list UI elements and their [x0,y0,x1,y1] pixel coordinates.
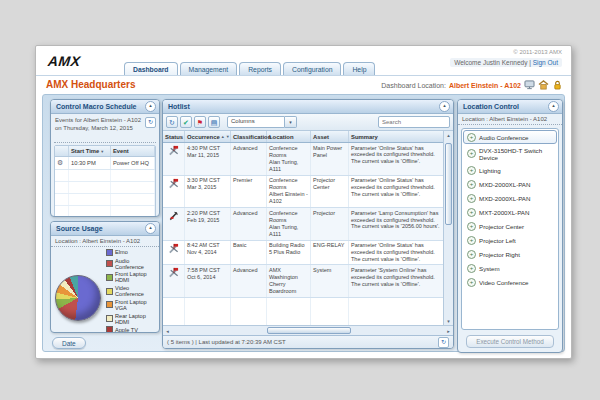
cell-asset: Projector Center [311,176,349,208]
legend-item: Front Laptop HDMI [106,271,157,283]
dashboard-content: Control Macro Schedule ▴ Events for Albe… [42,94,565,352]
hotlist-panel-header: Hotlist ▴ [163,100,453,114]
scrollbar-thumb[interactable] [445,143,452,225]
column-location[interactable]: Location [267,131,311,142]
cell-asset: ENG-RELAY [311,241,349,265]
expand-plus-icon[interactable]: + [467,264,476,273]
gear-icon: ⚙ [57,159,63,167]
columns-dropdown[interactable]: Columns ▾ [227,116,297,128]
legend-label: Elmo [115,249,128,255]
lock-icon[interactable] [552,80,563,90]
schedule-row[interactable]: ⚙ 10:30 PM Power Off HQ [55,157,155,170]
device-item-projector-left[interactable]: +Projector Left [463,233,557,247]
scroll-right-icon[interactable]: ▸ [444,328,453,334]
device-item-projector-center[interactable]: +Projector Center [463,219,557,233]
offline-status-icon [168,243,179,254]
device-label: MXD-2000XL-PAN [479,195,530,202]
search-input[interactable] [378,116,450,128]
legend-item: Audio Conference [106,258,157,270]
hotlist-table-header: Status Occurrence▲▼ Classification Locat… [163,131,443,143]
expand-plus-icon[interactable]: + [467,133,476,142]
flag-icon[interactable]: ⚑ [194,116,206,128]
device-item-video-conference[interactable]: +Video Conference [463,275,557,289]
hotlist-horizontal-scrollbar[interactable]: ◂ ▸ [163,325,453,335]
tab-management[interactable]: Management [180,62,238,75]
table-row[interactable]: 7:58 PM CST Oct 6, 2014 Advanced AMX Was… [163,265,443,298]
scrollbar-thumb[interactable] [267,327,351,334]
hotlist-empty-area [163,298,443,325]
home-icon[interactable] [538,80,549,90]
cell-asset: Projector [311,208,349,240]
scroll-up-icon[interactable]: ▴ [447,131,450,139]
schedule-row-event: Power Off HQ [111,157,155,169]
column-asset[interactable]: Asset [311,131,349,142]
collapse-icon[interactable]: ▴ [145,101,156,112]
refresh-icon[interactable]: ↻ [438,337,449,348]
device-item-lighting[interactable]: +Lighting [463,163,557,177]
date-button[interactable]: Date [52,337,86,349]
location-control-panel-title: Location Control [463,103,519,110]
export-icon[interactable]: ▤ [208,116,220,128]
table-row[interactable]: 4:30 PM CST Mar 11, 2015 Advanced Confer… [163,143,443,176]
scrollbar-track[interactable] [172,327,444,334]
main-nav-tabs: Dashboard Management Reports Configurati… [124,62,375,75]
legend-item: Front Laptop VGA [106,299,157,311]
expand-plus-icon[interactable]: + [467,194,476,203]
expand-plus-icon[interactable]: + [467,208,476,217]
dashboard-location-value[interactable]: Albert Einstein - A102 [449,82,521,89]
device-item-system[interactable]: +System [463,261,557,275]
device-item-touch-panel-1[interactable]: +MXD-2000XL-PAN [463,177,557,191]
collapse-icon[interactable]: ▴ [548,101,559,112]
expand-plus-icon[interactable]: + [467,250,476,259]
location-header-label: Location [269,134,294,140]
scrollbar-track[interactable] [444,139,453,317]
sign-out-link[interactable]: Sign Out [533,59,558,66]
column-classification[interactable]: Classification [231,131,267,142]
chevron-down-icon[interactable]: ▾ [285,116,297,128]
cell-location: Conference Rooms Alan Turing, A111 [267,143,311,175]
expand-plus-icon[interactable]: + [467,149,476,158]
table-row[interactable]: 2:20 PM CST Feb 19, 2015 Advanced Confer… [163,208,443,241]
tab-dashboard[interactable]: Dashboard [124,62,178,75]
tab-help[interactable]: Help [343,62,375,75]
device-item-touch-panel-2[interactable]: +MXD-2000XL-PAN [463,191,557,205]
column-occurrence[interactable]: Occurrence▲▼ [185,131,231,142]
schedule-column-start-time[interactable]: Start Time▼ [69,146,111,156]
legend-label: Front Laptop HDMI [115,271,157,283]
hotlist-vertical-scrollbar[interactable]: ▴ ▾ [443,131,453,325]
schedule-column-event[interactable]: Event [111,146,155,156]
device-item-audio-conference[interactable]: +Audio Conference [463,130,557,144]
schedule-empty-row [55,182,155,194]
monitor-icon[interactable] [524,80,535,90]
expand-plus-icon[interactable]: + [467,166,476,175]
legend-item: Apple TV [106,326,157,333]
refresh-icon[interactable]: ↻ [145,117,156,128]
device-label: MXD-2000XL-PAN [479,181,530,188]
scroll-left-icon[interactable]: ◂ [163,328,172,334]
expand-plus-icon[interactable]: + [467,278,476,287]
device-item-projector-right[interactable]: +Projector Right [463,247,557,261]
scroll-down-icon[interactable]: ▾ [447,317,450,325]
expand-plus-icon[interactable]: + [467,222,476,231]
device-item-switch-device[interactable]: +DVX-3150HD-T Switch Device [463,144,557,163]
columns-dropdown-value[interactable]: Columns [227,116,285,128]
schedule-icon-column [55,146,69,156]
acknowledge-icon[interactable]: ✔ [180,116,192,128]
expand-plus-icon[interactable]: + [467,180,476,189]
sort-asc-icon[interactable]: ▲ [221,134,225,139]
collapse-icon[interactable]: ▴ [439,101,450,112]
sort-icon[interactable]: ▼ [100,149,104,154]
table-row[interactable]: 8:42 AM CST Nov 4, 2014 Basic Building R… [163,241,443,266]
table-row[interactable]: 3:30 PM CST Mar 3, 2015 Premier Conferen… [163,176,443,209]
refresh-icon[interactable]: ↻ [166,116,178,128]
tab-configuration[interactable]: Configuration [283,62,341,75]
tab-reports[interactable]: Reports [239,62,281,75]
cell-occurrence: 3:30 PM CST Mar 3, 2015 [185,176,231,208]
execute-control-method-button[interactable]: Execute Control Method [466,335,554,348]
collapse-icon[interactable]: ▴ [145,223,156,234]
expand-plus-icon[interactable]: + [467,236,476,245]
column-status[interactable]: Status [163,131,185,142]
sort-desc-icon[interactable]: ▼ [226,134,230,139]
device-item-touch-panel-3[interactable]: +MXT-2000XL-PAN [463,205,557,219]
column-summary[interactable]: Summary [349,131,443,142]
